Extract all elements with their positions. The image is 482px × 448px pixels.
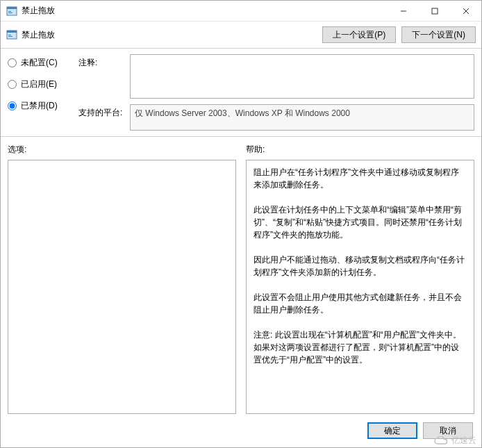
help-label: 帮助: xyxy=(246,144,474,156)
radio-disabled-input[interactable] xyxy=(8,101,17,110)
radio-enabled-input[interactable] xyxy=(8,80,17,89)
radio-disabled-label: 已禁用(D) xyxy=(21,100,58,112)
toolbar-title: 禁止拖放 xyxy=(22,29,55,41)
previous-setting-button[interactable]: 上一个设置(P) xyxy=(322,26,396,43)
state-radio-group: 未配置(C) 已启用(E) 已禁用(D) xyxy=(8,54,70,131)
toolbar: 禁止拖放 上一个设置(P) 下一个设置(N) xyxy=(1,22,481,48)
svg-rect-9 xyxy=(7,31,17,33)
close-button[interactable] xyxy=(450,1,481,21)
radio-not-configured[interactable]: 未配置(C) xyxy=(8,57,70,69)
radio-disabled[interactable]: 已禁用(D) xyxy=(8,100,70,112)
radio-enabled-label: 已启用(E) xyxy=(21,78,57,90)
platform-value xyxy=(130,104,474,131)
titlebar: 禁止拖放 xyxy=(1,1,481,22)
radio-not-configured-input[interactable] xyxy=(8,58,17,67)
maximize-button[interactable] xyxy=(419,1,450,21)
panels: 选项: 帮助: 阻止用户在“任务计划程序”文件夹中通过移动或复制程序来添加或删除… xyxy=(1,137,481,414)
comment-row: 注释: xyxy=(78,54,474,99)
dialog-buttons: 确定 取消 xyxy=(1,414,481,447)
config-section: 未配置(C) 已启用(E) 已禁用(D) 注释: 支持的平台: xyxy=(1,49,481,136)
dialog-window: 禁止拖放 禁止拖放 上一个设置(P) xyxy=(0,0,482,448)
platform-label: 支持的平台: xyxy=(78,104,124,119)
comment-input[interactable] xyxy=(130,54,474,99)
options-label: 选项: xyxy=(8,144,236,156)
next-setting-button[interactable]: 下一个设置(N) xyxy=(401,26,476,43)
radio-not-configured-label: 未配置(C) xyxy=(21,57,58,69)
cancel-button[interactable]: 取消 xyxy=(423,422,473,439)
app-icon xyxy=(6,6,17,17)
minimize-button[interactable] xyxy=(388,1,419,21)
help-panel[interactable]: 阻止用户在“任务计划程序”文件夹中通过移动或复制程序来添加或删除任务。 此设置在… xyxy=(246,160,474,414)
svg-rect-3 xyxy=(8,13,13,13)
comment-label: 注释: xyxy=(78,54,124,69)
radio-enabled[interactable]: 已启用(E) xyxy=(8,78,70,90)
ok-button[interactable]: 确定 xyxy=(367,422,417,439)
svg-rect-11 xyxy=(8,36,13,37)
svg-rect-2 xyxy=(8,11,11,12)
sheet-icon xyxy=(6,29,17,40)
window-title: 禁止拖放 xyxy=(22,5,388,17)
platform-row: 支持的平台: xyxy=(78,104,474,131)
svg-rect-5 xyxy=(432,8,438,14)
svg-rect-10 xyxy=(8,35,11,35)
options-panel[interactable] xyxy=(8,160,236,414)
svg-rect-1 xyxy=(7,7,17,9)
